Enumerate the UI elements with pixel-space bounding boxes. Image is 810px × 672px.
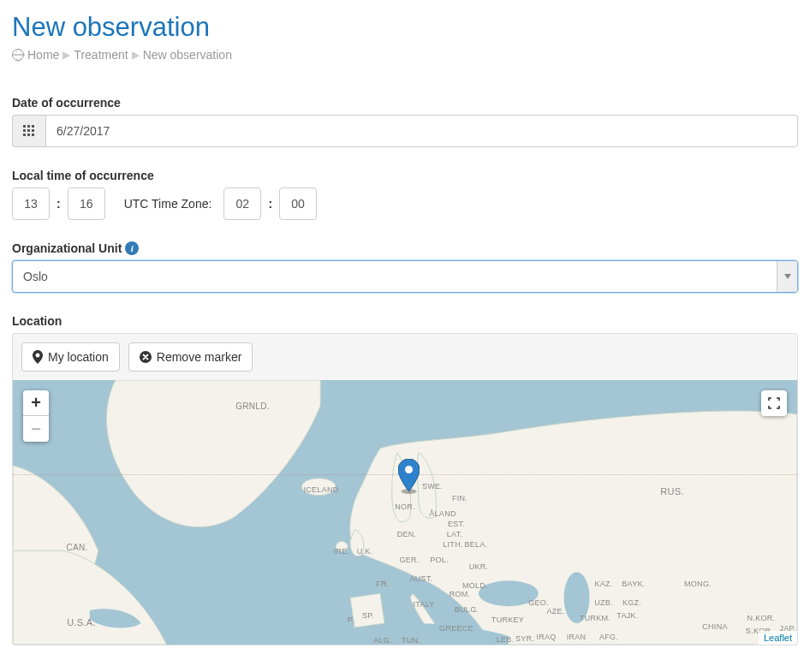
org-unit-label-text: Organizational Unit: [12, 241, 122, 255]
map-label: EST.: [448, 520, 465, 528]
map-label: LAT.: [447, 530, 463, 538]
map-label: P.: [348, 616, 354, 624]
breadcrumb-treatment[interactable]: Treatment: [74, 48, 128, 62]
map-label: GEO.: [528, 598, 549, 607]
map[interactable]: GRNLD. ICELAND CAN. U.S.A. RUS. NOR. SWE…: [12, 380, 798, 645]
hour-input[interactable]: [12, 187, 50, 220]
map-label: MONG.: [684, 580, 712, 588]
svg-rect-8: [32, 134, 34, 136]
map-label: BELA.: [464, 540, 487, 549]
map-label: KAZ.: [594, 580, 612, 588]
zoom-control: + −: [23, 390, 49, 442]
map-label: AFG.: [599, 633, 618, 641]
tz-hour-input[interactable]: [223, 187, 261, 220]
map-label: TUN.: [402, 636, 420, 645]
map-toolbar: My location Remove marker: [12, 333, 798, 380]
leaflet-link[interactable]: Leaflet: [764, 633, 792, 643]
tz-label: UTC Time Zone:: [124, 197, 212, 211]
breadcrumb: Home ▶ Treatment ▶ New observation: [12, 48, 798, 62]
org-unit-label: Organizational Unit i: [12, 241, 798, 255]
svg-rect-6: [23, 134, 26, 136]
svg-rect-2: [32, 125, 34, 128]
chevron-right-icon: ▶: [63, 49, 70, 61]
date-input[interactable]: [45, 115, 798, 147]
map-label: FR.: [376, 580, 389, 588]
map-label: BULG.: [455, 605, 479, 614]
time-separator: :: [268, 197, 272, 211]
map-label: UKR.: [469, 562, 489, 571]
breadcrumb-current: New observation: [143, 48, 232, 62]
map-label: ROM.: [450, 590, 471, 598]
fullscreen-icon: [768, 397, 780, 409]
map-label: LEB.: [497, 635, 515, 644]
map-label: GRNLD.: [235, 401, 270, 411]
zoom-in-button[interactable]: +: [23, 390, 49, 416]
info-icon[interactable]: i: [125, 241, 139, 255]
map-label: UZB.: [594, 598, 613, 607]
tz-minute-input[interactable]: [279, 187, 317, 220]
map-label: IRAN: [567, 633, 587, 641]
map-label: ALG.: [373, 636, 392, 645]
map-label: TAJK.: [616, 611, 638, 620]
globe-icon: [12, 49, 24, 61]
map-label: U.K.: [357, 547, 373, 556]
map-label: FIN.: [452, 494, 468, 503]
map-label: KGZ.: [622, 598, 641, 607]
map-label: MOLD.: [462, 581, 488, 590]
time-separator: :: [57, 197, 61, 211]
calendar-icon[interactable]: [12, 115, 45, 147]
map-label: U.S.A.: [67, 617, 96, 627]
map-label: SWE.: [422, 482, 443, 491]
map-label: ITALY: [413, 600, 434, 609]
map-label: IRE.: [334, 547, 350, 556]
svg-rect-5: [32, 129, 34, 132]
map-label: CAN.: [66, 543, 87, 552]
map-label: AZE.: [546, 607, 564, 616]
remove-marker-label: Remove marker: [157, 350, 242, 364]
map-attribution: Leaflet: [759, 631, 797, 645]
map-label: NOR.: [395, 503, 415, 511]
map-label: AUST.: [409, 574, 432, 583]
date-label: Date of occurrence: [12, 96, 798, 110]
svg-rect-3: [23, 129, 26, 132]
pin-icon: [33, 350, 43, 364]
map-label: RUS.: [660, 486, 683, 497]
location-label: Location: [12, 314, 798, 328]
map-label: GER.: [399, 556, 419, 564]
remove-marker-button[interactable]: Remove marker: [128, 342, 253, 372]
map-label: SYR.: [515, 634, 534, 643]
map-label: BAYK.: [622, 580, 645, 588]
my-location-button[interactable]: My location: [21, 342, 120, 372]
svg-rect-4: [27, 129, 30, 132]
breadcrumb-home[interactable]: Home: [27, 48, 59, 62]
map-label: IRAQ: [536, 633, 556, 641]
zoom-out-button[interactable]: −: [23, 416, 49, 442]
map-label: SP.: [362, 611, 374, 620]
map-label: POL.: [430, 556, 449, 564]
map-label: TURKM.: [580, 614, 610, 622]
page-title: New observation: [12, 12, 798, 43]
map-label: CHINA: [702, 622, 728, 631]
map-label: LITH.: [443, 540, 463, 549]
map-label: ICELAND: [303, 485, 338, 494]
my-location-label: My location: [48, 350, 109, 364]
time-label: Local time of occurrence: [12, 169, 798, 182]
map-label: ÅLAND: [429, 509, 456, 518]
map-label: DEN.: [397, 530, 417, 538]
svg-rect-0: [23, 125, 26, 128]
map-label: GREECE: [439, 624, 473, 633]
org-unit-select[interactable]: [12, 260, 798, 293]
minute-input[interactable]: [68, 187, 105, 220]
chevron-right-icon: ▶: [132, 49, 140, 61]
map-tiles: [13, 380, 797, 645]
fullscreen-button[interactable]: [761, 390, 787, 416]
arctic-circle-line: [13, 474, 797, 475]
svg-rect-7: [27, 134, 30, 136]
map-label: TURKEY: [491, 616, 524, 624]
svg-rect-1: [27, 125, 30, 128]
close-icon: [140, 351, 152, 363]
map-label: N.KOR.: [747, 614, 776, 622]
